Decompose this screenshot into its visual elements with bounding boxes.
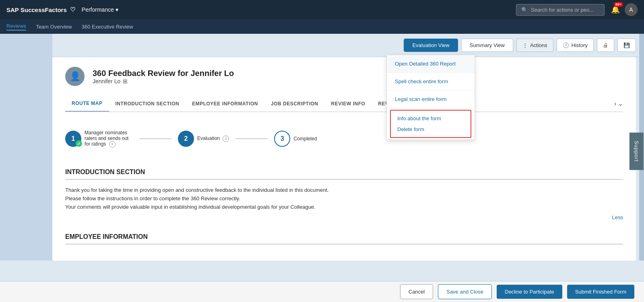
heart-icon: ♡ [70, 6, 75, 13]
dropdown-item-open-report[interactable]: Open Detailed 360 Report [387, 55, 475, 73]
employee-header: 👤 360 Feedback Review for Jennifer Lo Je… [65, 67, 623, 86]
dropdown-item-spell-check[interactable]: Spell check entire form [387, 73, 475, 90]
history-clock-icon: 🕐 [563, 42, 569, 48]
tab-route-map[interactable]: ROUTE MAP [65, 96, 109, 112]
step-3-info: Completed [293, 136, 317, 142]
support-tab[interactable]: Support [630, 132, 644, 170]
brand-logo: SAP SuccessFactors ♡ [6, 6, 75, 13]
left-sidebar [0, 34, 52, 261]
tab-job-description[interactable]: JOB DESCRIPTION [264, 96, 325, 111]
main-content: Evaluation View Summary View ⋮ Actions 🕐… [0, 34, 644, 281]
search-bar[interactable]: 🔍 Search for actions or peo... [516, 4, 605, 16]
search-icon: 🔍 [521, 7, 528, 13]
save-close-button[interactable]: Save and Close [438, 284, 492, 299]
step-1-circle: 1 ✓ [65, 131, 81, 147]
bottom-toolbar: Cancel Save and Close Decline to Partici… [0, 281, 644, 302]
dropdown-item-info[interactable]: Info about the form [397, 115, 464, 126]
chevron-down-icon: ▾ [116, 6, 118, 13]
step-3-number: 3 [281, 135, 284, 142]
emp-info-section-title: EMPLOYEE INFORMATION [65, 233, 623, 244]
sub-nav-360-executive[interactable]: 360 Executive Review [82, 24, 133, 30]
employee-info: 360 Feedback Review for Jennifer Lo Jenn… [93, 69, 234, 84]
floppy-disk-icon: 💾 [623, 42, 630, 48]
intro-section-title: INTRODUCTION SECTION [65, 168, 623, 180]
module-dropdown[interactable]: Performance ▾ [82, 6, 118, 13]
evaluation-view-tab[interactable]: Evaluation View [404, 39, 458, 52]
summary-view-tab[interactable]: Summary View [461, 39, 513, 52]
route-map: 1 ✓ Manager nominates raters and sends o… [65, 122, 623, 156]
form-title: 360 Feedback Review for Jennifer Lo [93, 69, 234, 78]
step-2-circle: 2 [178, 131, 194, 147]
step-3-label: Completed [293, 136, 317, 142]
intro-line-3: Your comments will provide valuable inpu… [65, 203, 623, 212]
print-button[interactable]: 🖨 [597, 39, 614, 52]
search-placeholder: Search for actions or peo... [531, 7, 594, 13]
step-connector-1 [139, 138, 171, 139]
brand-name: SAP SuccessFactors [6, 6, 67, 13]
step-1-label: Manager nominates raters and sends out f… [85, 130, 128, 147]
step-1-check-icon: ✓ [76, 140, 82, 147]
form-card: 👤 360 Feedback Review for Jennifer Lo Je… [52, 57, 636, 261]
step-1-group: 1 ✓ Manager nominates raters and sends o… [65, 130, 133, 148]
history-button[interactable]: 🕐 History [557, 39, 594, 52]
step-1-info: Manager nominates raters and sends out f… [85, 130, 133, 148]
intro-text: Thank you for taking the time in providi… [65, 186, 623, 211]
intro-line-2: Please follow the instructions in order … [65, 195, 623, 203]
chevron-down-tabs-icon: ⌄ [618, 100, 623, 107]
dropdown-item-delete[interactable]: Delete form [397, 126, 464, 132]
employee-name: Jennifer Lo [93, 78, 120, 84]
tab-intro-section[interactable]: INTRODUCTION SECTION [109, 96, 186, 111]
chevron-right-icon: › [614, 100, 616, 107]
sub-nav-team-overview[interactable]: Team Overview [36, 24, 72, 30]
step-2-info-icon[interactable]: i [223, 136, 229, 142]
avatar-icon: 👤 [70, 71, 80, 82]
step-3-group: 3 Completed [274, 131, 317, 147]
step-1-info-icon[interactable]: i [109, 141, 116, 148]
employee-card-icon[interactable]: ⊞ [123, 78, 128, 84]
module-name: Performance [82, 6, 114, 13]
main-panel: Evaluation View Summary View ⋮ Actions 🕐… [0, 34, 644, 261]
actions-dropdown-menu: Open Detailed 360 Report Spell check ent… [386, 55, 475, 140]
print-icon: 🖨 [603, 42, 608, 48]
step-1-number: 1 [72, 135, 75, 142]
employee-info-section: EMPLOYEE INFORMATION [65, 233, 623, 244]
sub-nav-reviews[interactable]: Reviews [6, 23, 26, 31]
tab-review-info[interactable]: REVIEW INFO [324, 96, 372, 111]
actions-dots-icon: ⋮ [522, 42, 528, 48]
decline-button[interactable]: Decline to Participate [497, 285, 562, 299]
step-2-group: 2 Evaluation i [178, 131, 229, 147]
employee-avatar: 👤 [65, 67, 85, 86]
step-connector-2 [235, 138, 268, 139]
notification-badge: 99+ [614, 2, 623, 7]
step-3-circle: 3 [274, 131, 290, 147]
intro-section: INTRODUCTION SECTION Thank you for takin… [65, 168, 623, 220]
step-2-number: 2 [184, 135, 188, 142]
save-icon-button[interactable]: 💾 [617, 39, 636, 52]
sub-nav: Reviews Team Overview 360 Executive Revi… [0, 19, 644, 34]
section-tabs-overflow[interactable]: › ⌄ [614, 100, 623, 107]
user-avatar[interactable]: A [625, 3, 638, 16]
cancel-button[interactable]: Cancel [400, 284, 433, 299]
submit-button[interactable]: Submit Finished Form [567, 285, 634, 299]
section-tabs: ROUTE MAP INTRODUCTION SECTION EMPLOYEE … [65, 96, 623, 112]
step-2-label: Evaluation [197, 136, 220, 141]
notification-icon[interactable]: 🔔 99+ [611, 5, 620, 14]
less-link[interactable]: Less [65, 214, 623, 220]
dropdown-item-info-delete-group: Info about the form Delete form [390, 110, 471, 138]
nav-icons: 🔔 99+ A [611, 3, 638, 16]
intro-line-1: Thank you for taking the time in providi… [65, 186, 623, 195]
top-nav: SAP SuccessFactors ♡ Performance ▾ 🔍 Sea… [0, 0, 644, 19]
actions-button[interactable]: ⋮ Actions [516, 39, 553, 52]
step-2-info: Evaluation i [197, 136, 229, 142]
tab-employee-info[interactable]: EMPLOYEE INFORMATION [186, 96, 264, 111]
view-toolbar: Evaluation View Summary View ⋮ Actions 🕐… [0, 34, 644, 57]
dropdown-item-legal-scan[interactable]: Legal scan entire form [387, 90, 475, 108]
user-profile-icon[interactable]: A [625, 3, 638, 16]
